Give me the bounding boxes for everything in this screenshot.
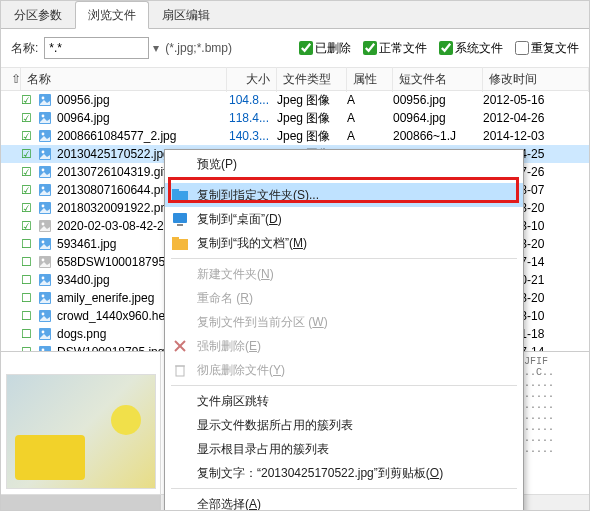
checkbox-icon[interactable]: ☐	[21, 237, 37, 251]
svg-point-3	[42, 115, 45, 118]
cell-name: 2008661084577_2.jpg	[53, 128, 223, 144]
up-icon[interactable]: ⇧	[5, 68, 21, 90]
filter-deleted[interactable]: 已删除	[299, 40, 351, 57]
svg-rect-38	[176, 366, 184, 376]
col-date[interactable]: 修改时间	[483, 67, 589, 92]
file-icon	[37, 129, 53, 143]
svg-point-11	[42, 187, 45, 190]
cell-short: 200866~1.J	[389, 128, 479, 144]
checkbox-icon[interactable]: ☑	[21, 147, 37, 161]
svg-point-1	[42, 97, 45, 100]
checkbox-icon[interactable]: ☐	[21, 309, 37, 323]
cell-type: Jpeg 图像	[273, 127, 343, 146]
col-size[interactable]: 大小	[227, 67, 277, 92]
cell-size: 118.4...	[223, 110, 273, 126]
menu-force-delete: 强制删除(E)	[165, 334, 523, 358]
svg-point-9	[42, 169, 45, 172]
cell-size: 104.8...	[223, 92, 273, 108]
checkbox-icon[interactable]: ☑	[21, 201, 37, 215]
cell-type: Jpeg 图像	[273, 109, 343, 128]
cell-attr: A	[343, 110, 389, 126]
table-row[interactable]: ☑ 00964.jpg 118.4... Jpeg 图像 A 00964.jpg…	[1, 109, 589, 127]
svg-rect-35	[172, 237, 179, 241]
desktop-icon	[171, 212, 189, 226]
svg-rect-31	[172, 189, 179, 193]
svg-point-27	[42, 331, 45, 334]
menu-show-root-clusters[interactable]: 显示根目录占用的簇列表	[165, 437, 523, 461]
checkbox-icon[interactable]: ☐	[21, 291, 37, 305]
extension-hint: (*.jpg;*.bmp)	[165, 41, 232, 55]
checkbox-icon[interactable]: ☑	[21, 129, 37, 143]
menu-preview[interactable]: 预览(P)	[165, 152, 523, 176]
menu-sector-jump[interactable]: 文件扇区跳转	[165, 389, 523, 413]
cell-date: 2014-12-03	[479, 128, 589, 144]
col-name[interactable]: 名称	[21, 67, 227, 92]
menu-show-file-clusters[interactable]: 显示文件数据所占用的簇列表	[165, 413, 523, 437]
file-icon	[37, 147, 53, 161]
table-row[interactable]: ☑ 00956.jpg 104.8... Jpeg 图像 A 00956.jpg…	[1, 91, 589, 109]
checkbox-icon[interactable]: ☑	[21, 165, 37, 179]
svg-point-19	[42, 259, 45, 262]
checkbox-icon[interactable]: ☑	[21, 93, 37, 107]
cell-attr: A	[343, 92, 389, 108]
menu-copy-to-desktop[interactable]: 复制到“桌面”(D)	[165, 207, 523, 231]
filter-duplicate[interactable]: 重复文件	[515, 40, 579, 57]
scrollbar-thumb[interactable]	[1, 495, 161, 510]
svg-point-5	[42, 133, 45, 136]
menu-copy-to-documents[interactable]: 复制到“我的文档”(M)	[165, 231, 523, 255]
name-label: 名称:	[11, 40, 38, 57]
cell-attr: A	[343, 128, 389, 144]
context-menu: 预览(P) 复制到指定文件夹(S)... 复制到“桌面”(D) 复制到“我的文档…	[164, 149, 524, 511]
svg-point-25	[42, 313, 45, 316]
checkbox-icon[interactable]: ☐	[21, 327, 37, 341]
menu-new-file: 新建文件夹(N)	[165, 262, 523, 286]
preview-image	[6, 374, 156, 489]
folder-yellow-icon	[171, 236, 189, 250]
file-icon	[37, 165, 53, 179]
file-icon	[37, 219, 53, 233]
menu-wipe-delete: 彻底删除文件(Y)	[165, 358, 523, 382]
file-icon	[37, 183, 53, 197]
col-type[interactable]: 文件类型	[277, 67, 347, 92]
svg-rect-32	[173, 213, 187, 223]
menu-copy-to-folder[interactable]: 复制到指定文件夹(S)...	[165, 183, 523, 207]
cell-name: 00956.jpg	[53, 92, 223, 108]
tab-sector-edit[interactable]: 扇区编辑	[149, 1, 223, 28]
menu-separator	[171, 258, 517, 259]
col-attr[interactable]: 属性	[347, 67, 393, 92]
menu-select-all[interactable]: 全部选择(A)	[165, 492, 523, 511]
tab-browse-files[interactable]: 浏览文件	[75, 1, 149, 29]
chevron-down-icon[interactable]: ▾	[153, 41, 159, 55]
filter-normal[interactable]: 正常文件	[363, 40, 427, 57]
cell-short: 00964.jpg	[389, 110, 479, 126]
checkbox-icon[interactable]: ☑	[21, 219, 37, 233]
checkbox-icon[interactable]: ☐	[21, 255, 37, 269]
file-icon	[37, 201, 53, 215]
checkbox-icon[interactable]: ☑	[21, 183, 37, 197]
checkbox-icon[interactable]: ☑	[21, 111, 37, 125]
svg-point-21	[42, 277, 45, 280]
filter-system[interactable]: 系统文件	[439, 40, 503, 57]
file-icon	[37, 327, 53, 341]
cell-short: 00956.jpg	[389, 92, 479, 108]
file-icon	[37, 237, 53, 251]
delete-icon	[171, 339, 189, 353]
svg-point-23	[42, 295, 45, 298]
cell-date: 2012-05-16	[479, 92, 589, 108]
table-row[interactable]: ☑ 2008661084577_2.jpg 140.3... Jpeg 图像 A…	[1, 127, 589, 145]
file-icon	[37, 111, 53, 125]
menu-copy-text-to-clipboard[interactable]: 复制文字：“20130425170522.jpg”到剪贴板(O)	[165, 461, 523, 485]
col-short[interactable]: 短文件名	[393, 67, 483, 92]
cell-size: 140.3...	[223, 128, 273, 144]
name-input[interactable]	[44, 37, 149, 59]
svg-rect-33	[177, 224, 183, 226]
file-icon	[37, 309, 53, 323]
tab-partition-params[interactable]: 分区参数	[1, 1, 75, 28]
checkbox-icon[interactable]: ☐	[21, 273, 37, 287]
menu-separator	[171, 385, 517, 386]
filter-duplicate-label: 重复文件	[531, 40, 579, 57]
file-icon	[37, 255, 53, 269]
menu-separator	[171, 488, 517, 489]
cell-date: 2012-04-26	[479, 110, 589, 126]
tabs-bar: 分区参数 浏览文件 扇区编辑	[1, 1, 589, 29]
